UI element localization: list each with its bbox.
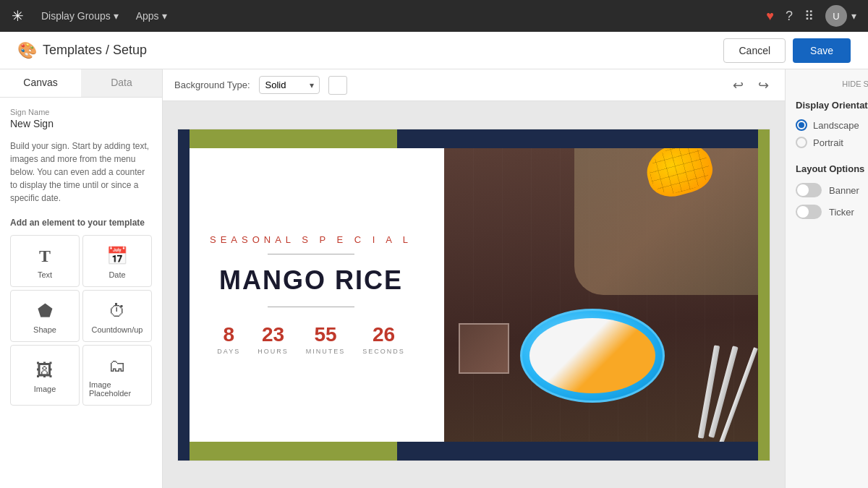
element-image-placeholder[interactable]: 🗂 Image Placeholder <box>82 345 152 406</box>
canvas-toolbar: Background Type: Solid Gradient Image ↩ … <box>163 69 785 101</box>
ticker-toggle-row: Ticker <box>796 205 868 219</box>
app-logo: ✳ <box>12 7 24 25</box>
image-icon: 🖼 <box>36 360 54 380</box>
element-grid: T Text 📅 Date ⬟ Shape ⏱ Countdown/up 🖼 <box>10 235 152 406</box>
sign-name-label: Sign Name <box>10 108 152 116</box>
minutes-value: 55 <box>306 325 346 345</box>
main-layout: Canvas Data Sign Name New Sign Build you… <box>0 69 868 488</box>
element-date[interactable]: 📅 Date <box>82 235 152 287</box>
template-icon: 🎨 <box>17 41 37 60</box>
seasonal-label: SEASONAL S P E C I A L <box>210 234 412 245</box>
grid-icon[interactable]: ⠿ <box>804 8 814 24</box>
banner-toggle-row: Banner <box>796 183 868 197</box>
left-sidebar: Canvas Data Sign Name New Sign Build you… <box>0 69 163 488</box>
countdown-minutes: 55 MINUTES <box>306 325 346 355</box>
layout-options-label: Layout Options <box>796 163 864 174</box>
breadcrumb-bar: 🎨 Templates / Setup Cancel Save <box>0 32 868 69</box>
hours-label: HOURS <box>258 348 289 355</box>
minutes-label: MINUTES <box>306 348 346 355</box>
toggle-knob <box>797 206 809 218</box>
tab-data[interactable]: Data <box>81 69 162 97</box>
toolbar-right: ↩ ↪ <box>728 74 773 96</box>
text-icon: T <box>39 247 51 266</box>
add-element-label: Add an element to your template <box>10 218 152 228</box>
main-title: MANGO RICE <box>219 266 403 295</box>
right-sidebar: HIDE SIDEBAR » Display Orientation Lands… <box>785 69 868 488</box>
element-date-label: Date <box>109 270 125 279</box>
orientation-title: Display Orientation <box>796 100 868 111</box>
undo-button[interactable]: ↩ <box>728 74 748 96</box>
element-text-label: Text <box>38 270 52 279</box>
countdown-days: 8 DAYS <box>217 325 240 355</box>
chevron-down-icon: ▾ <box>162 10 167 22</box>
portrait-option[interactable]: Portrait <box>796 137 868 148</box>
element-shape[interactable]: ⬟ Shape <box>10 290 80 342</box>
nav-right-actions: ♥ ? ⠿ U ▾ <box>766 5 856 27</box>
landscape-label: Landscape <box>813 120 859 131</box>
countdown-icon: ⏱ <box>109 301 126 321</box>
countdown-hours: 23 HOURS <box>258 325 289 355</box>
landscape-option[interactable]: Landscape <box>796 119 868 131</box>
sign-name-value: New Sign <box>10 118 152 129</box>
chevron-down-icon: ▾ <box>114 10 119 22</box>
bg-type-label: Background Type: <box>174 80 250 90</box>
banner-label: Banner <box>829 185 859 196</box>
redo-button[interactable]: ↪ <box>754 74 773 96</box>
toggle-knob <box>797 184 809 196</box>
sidebar-tabs: Canvas Data <box>0 69 162 98</box>
seconds-label: SECONDS <box>362 348 405 355</box>
hide-sidebar-button[interactable]: HIDE SIDEBAR » <box>796 80 868 88</box>
days-value: 8 <box>217 325 240 345</box>
element-shape-label: Shape <box>33 325 56 334</box>
countdown-seconds: 26 SECONDS <box>362 325 405 355</box>
shape-icon: ⬟ <box>38 301 53 321</box>
top-navigation: ✳ Display Groups ▾ Apps ▾ ♥ ? ⠿ U ▾ <box>0 0 868 32</box>
food-image <box>444 129 770 461</box>
apps-menu[interactable]: Apps ▾ <box>136 10 167 22</box>
breadcrumb: 🎨 Templates / Setup <box>17 41 147 60</box>
template-right-panel <box>444 129 770 461</box>
breadcrumb-path: Templates / Setup <box>43 43 147 58</box>
layout-options-section: Layout Options ? <box>796 163 868 174</box>
countdown-display: 8 DAYS 23 HOURS 55 MINUTES 26 <box>217 325 404 355</box>
element-image-label: Image <box>34 385 56 393</box>
bg-type-select-wrapper: Solid Gradient Image <box>259 76 320 94</box>
save-button[interactable]: Save <box>793 38 851 63</box>
element-countdown-label: Countdown/up <box>92 325 143 334</box>
cancel-button[interactable]: Cancel <box>723 38 786 63</box>
radio-inner <box>799 122 804 128</box>
element-image[interactable]: 🖼 Image <box>10 345 80 406</box>
image-placeholder-icon: 🗂 <box>109 356 126 376</box>
canvas-area: Background Type: Solid Gradient Image ↩ … <box>163 69 785 488</box>
portrait-label: Portrait <box>813 137 843 148</box>
divider-top <box>268 254 354 254</box>
display-groups-menu[interactable]: Display Groups ▾ <box>41 10 119 22</box>
hours-value: 23 <box>258 325 289 345</box>
element-text[interactable]: T Text <box>10 235 80 287</box>
user-menu[interactable]: U ▾ <box>825 5 856 27</box>
heart-icon[interactable]: ♥ <box>766 9 774 24</box>
bg-type-select[interactable]: Solid Gradient Image <box>259 76 320 94</box>
avatar: U <box>825 5 847 27</box>
element-countdown[interactable]: ⏱ Countdown/up <box>82 290 152 342</box>
banner-toggle[interactable] <box>796 183 822 197</box>
cashew-container <box>459 323 509 374</box>
orientation-options: Landscape Portrait <box>796 119 868 148</box>
element-image-placeholder-label: Image Placeholder <box>89 380 145 398</box>
portrait-radio[interactable] <box>796 137 807 148</box>
ticker-toggle[interactable] <box>796 205 822 219</box>
canvas-preview: SEASONAL S P E C I A L MANGO RICE 8 DAYS… <box>177 129 770 461</box>
tab-canvas[interactable]: Canvas <box>0 69 81 97</box>
help-icon[interactable]: ? <box>786 9 793 24</box>
food-bowl <box>520 309 665 403</box>
divider-bottom <box>268 307 354 307</box>
sidebar-content: Sign Name New Sign Build your sign. Star… <box>0 98 162 488</box>
sidebar-description: Build your sign. Start by adding text, i… <box>10 140 152 205</box>
seconds-value: 26 <box>362 325 405 345</box>
bg-color-swatch[interactable] <box>328 76 347 95</box>
date-icon: 📅 <box>106 246 128 266</box>
landscape-radio[interactable] <box>796 119 807 131</box>
canvas-wrapper[interactable]: SEASONAL S P E C I A L MANGO RICE 8 DAYS… <box>163 101 785 488</box>
template-left-panel: SEASONAL S P E C I A L MANGO RICE 8 DAYS… <box>178 129 444 461</box>
breadcrumb-actions: Cancel Save <box>723 38 851 63</box>
